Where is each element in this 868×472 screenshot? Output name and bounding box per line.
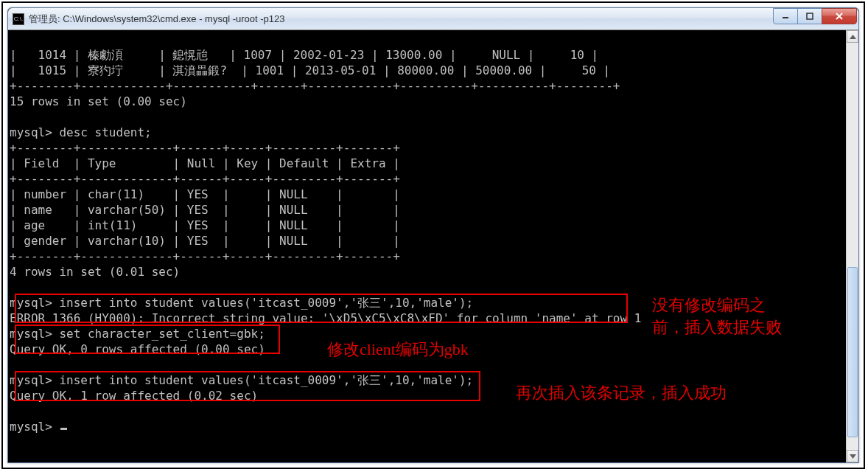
- scroll-thumb[interactable]: [847, 267, 858, 438]
- terminal-line: +--------+-------------+------+-----+---…: [10, 172, 400, 186]
- terminal-line: 4 rows in set (0.01 sec): [10, 265, 180, 279]
- terminal-line: mysql> insert into student values('itcas…: [10, 296, 473, 310]
- terminal-line: mysql> desc student;: [10, 125, 152, 139]
- maximize-button[interactable]: [797, 8, 822, 24]
- cursor: [60, 428, 67, 430]
- terminal-line: | Field | Type | Null | Key | Default | …: [10, 156, 400, 170]
- terminal-line: | name | varchar(50) | YES | | NULL | |: [10, 203, 400, 217]
- window-title: 管理员: C:\Windows\system32\cmd.exe - mysql…: [29, 13, 774, 26]
- terminal-line: | 1015 | 寮犳坾 | 淇濆畾鍛? | 1001 | 2013-05-01…: [10, 63, 610, 77]
- terminal-line: 15 rows in set (0.00 sec): [10, 94, 187, 108]
- scroll-down-button[interactable]: [847, 450, 858, 462]
- terminal-line: Query OK, 1 row affected (0.02 sec): [10, 389, 258, 403]
- terminal-line: +--------+------------+-----------+-----…: [10, 79, 620, 93]
- terminal-line: | 1014 | 榛勮湏 | 鎴愰兘 | 1007 | 2002-01-23 |…: [10, 48, 598, 62]
- terminal-output[interactable]: | 1014 | 榛勮湏 | 鎴愰兘 | 1007 | 2002-01-23 |…: [8, 30, 858, 462]
- scroll-up-button[interactable]: [847, 30, 858, 43]
- minimize-button[interactable]: [773, 8, 798, 24]
- vertical-scrollbar[interactable]: [846, 30, 858, 462]
- terminal-line: mysql> insert into student values('itcas…: [10, 373, 473, 387]
- terminal-line: +--------+-------------+------+-----+---…: [10, 249, 400, 263]
- terminal-line: mysql> set character_set_client=gbk;: [10, 327, 265, 341]
- terminal-line: ERROR 1366 (HY000): Incorrect string val…: [10, 311, 641, 325]
- svg-marker-5: [850, 454, 856, 459]
- command-prompt-window: C:\. 管理员: C:\Windows\system32\cmd.exe - …: [7, 7, 859, 463]
- chevron-down-icon: [850, 454, 856, 459]
- terminal-line: Query OK, 0 rows affected (0.00 sec): [10, 342, 265, 356]
- minimize-icon: [781, 13, 790, 20]
- chevron-up-icon: [850, 35, 856, 39]
- terminal-line: +--------+-------------+------+-----+---…: [10, 141, 400, 155]
- window-titlebar[interactable]: C:\. 管理员: C:\Windows\system32\cmd.exe - …: [8, 8, 858, 30]
- svg-rect-1: [807, 13, 813, 19]
- terminal-prompt: mysql>: [10, 420, 59, 434]
- close-icon: [835, 13, 844, 20]
- terminal-line: | number | char(11) | YES | | NULL | |: [10, 187, 400, 201]
- terminal-line: | age | int(11) | YES | | NULL | |: [10, 218, 400, 232]
- svg-marker-4: [850, 35, 856, 39]
- terminal-line: | gender | varchar(10) | YES | | NULL | …: [10, 234, 400, 248]
- close-button[interactable]: [822, 8, 857, 24]
- maximize-icon: [805, 13, 814, 20]
- cmd-icon: C:\.: [13, 13, 24, 25]
- scroll-track[interactable]: [847, 43, 858, 450]
